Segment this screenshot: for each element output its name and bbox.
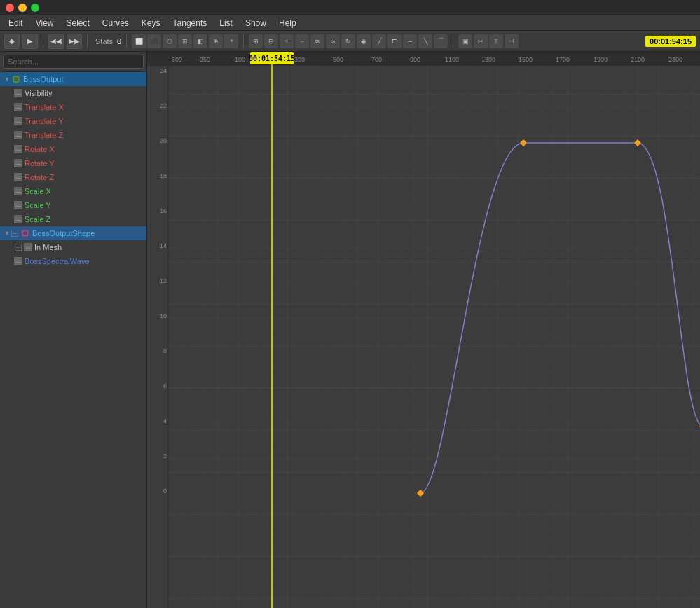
tree-item-scale-x[interactable]: — Scale X: [0, 184, 146, 198]
menu-view[interactable]: View: [30, 17, 60, 29]
tree-item-translate-z[interactable]: — Translate Z: [0, 128, 146, 142]
search-bar: [0, 52, 146, 72]
tb-icon-move[interactable]: ⬜: [132, 34, 146, 48]
search-input[interactable]: [3, 55, 144, 69]
toolbar-icon-group-2: ⊞ ⊟ + − ≋ ∞ ↻ ◉ ╱ ⊏ ─ ╲ ⌒: [249, 34, 448, 48]
tb-icon-stepped[interactable]: ⊏: [387, 34, 402, 48]
menu-keys[interactable]: Keys: [136, 17, 166, 29]
collapse-inmesh[interactable]: [14, 243, 22, 251]
svg-text:24: 24: [160, 67, 167, 74]
stats-label: Stats: [95, 37, 113, 46]
tb-icon-zoom-in[interactable]: +: [280, 34, 294, 48]
tree-item-scale-y[interactable]: — Scale Y: [0, 198, 146, 212]
tb-icon-ripple[interactable]: ≋: [310, 34, 324, 48]
pin-scale-x[interactable]: —: [14, 187, 22, 195]
tb-icon-flat[interactable]: ─: [403, 34, 417, 48]
rotate-y-label: Rotate Y: [25, 159, 55, 167]
close-button[interactable]: [6, 4, 14, 12]
toolbar-prev-btn[interactable]: ◀◀: [48, 34, 64, 49]
tb-icon-infinity[interactable]: ∞: [326, 34, 340, 48]
tree-item-inmesh[interactable]: — In Mesh: [0, 240, 146, 254]
scale-y-label: Scale Y: [25, 201, 51, 209]
tb-icon-pivot[interactable]: ⊕: [209, 34, 223, 48]
tb-icon-scale[interactable]: ⊞: [178, 34, 192, 48]
pin-rotate-x[interactable]: —: [14, 145, 22, 153]
tb-icon-rotate[interactable]: ⬡: [163, 34, 177, 48]
inmesh-label: In Mesh: [34, 243, 62, 251]
toolbar: ◆ ▶ ◀◀ ▶▶ Stats 0 ⬜ ⬛ ⬡ ⊞ ◧ ⊕ ⌖ ⊞ ⊟ + − …: [0, 31, 700, 52]
pin-rotate-y[interactable]: —: [14, 159, 22, 167]
pin-bossspectralwave[interactable]: —: [14, 257, 22, 265]
toolbar-play-btn[interactable]: ▶: [22, 34, 38, 49]
toolbar-next-btn[interactable]: ▶▶: [67, 34, 82, 49]
pin-inmesh[interactable]: —: [24, 243, 32, 251]
scale-x-label: Scale X: [25, 187, 51, 195]
expand-bossoutputshape[interactable]: ▼: [3, 229, 11, 237]
tb-icon-linear[interactable]: ╲: [418, 34, 432, 48]
tb-icon-snap2[interactable]: ⊤: [489, 34, 503, 48]
tree-item-bossoutput[interactable]: ▼ BossOutput: [0, 72, 146, 86]
tb-icon-snap[interactable]: ⌖: [224, 34, 238, 48]
pin-scale-z[interactable]: —: [14, 215, 22, 223]
pin-scale-y[interactable]: —: [14, 201, 22, 209]
pin-rotate-z[interactable]: —: [14, 173, 22, 181]
tree-item-scale-z[interactable]: — Scale Z: [0, 212, 146, 226]
svg-text:0: 0: [163, 488, 167, 495]
svg-text:1100: 1100: [445, 56, 459, 63]
svg-text:22: 22: [160, 102, 167, 109]
tb-icon-tangent[interactable]: ╱: [372, 34, 386, 48]
menu-select[interactable]: Select: [60, 17, 95, 29]
svg-text:1700: 1700: [556, 56, 570, 63]
svg-text:-300: -300: [170, 56, 182, 63]
pin-translate-x[interactable]: —: [14, 103, 22, 111]
minimize-button[interactable]: [18, 4, 27, 12]
menu-edit[interactable]: Edit: [3, 17, 29, 29]
tree-item-rotate-z[interactable]: — Rotate Z: [0, 170, 146, 184]
tb-icon-align[interactable]: ⊣: [505, 34, 519, 48]
tb-icon-zoom-out[interactable]: −: [295, 34, 309, 48]
tree-item-translate-y[interactable]: — Translate Y: [0, 114, 146, 128]
graph-area[interactable]: -300 -250 -100 10 300 500 700 900 1100 1…: [147, 52, 700, 608]
tb-icon-shear[interactable]: ◧: [193, 34, 207, 48]
tb-icon-buffer[interactable]: ▣: [458, 34, 472, 48]
translate-z-label: Translate Z: [25, 131, 63, 139]
visibility-label: Visibility: [25, 89, 53, 97]
bossoutput-label: BossOutput: [23, 75, 63, 83]
translate-x-label: Translate X: [25, 103, 64, 111]
toolbar-key-btn[interactable]: ◆: [4, 34, 20, 49]
tree-item-visibility[interactable]: — Visibility: [0, 86, 146, 100]
sidebar: ▼ BossOutput — Visibility — Transl: [0, 52, 147, 608]
tree-item-rotate-x[interactable]: — Rotate X: [0, 142, 146, 156]
tb-icon-weighted[interactable]: ◉: [357, 34, 371, 48]
tb-icon-select[interactable]: ⬛: [147, 34, 161, 48]
menu-help[interactable]: Help: [273, 17, 302, 29]
tree-item-rotate-y[interactable]: — Rotate Y: [0, 156, 146, 170]
scale-z-label: Scale Z: [25, 215, 50, 223]
y-axis-labels: 24 22 20 18 16 14 12 10 8 6 4 2 0: [160, 67, 167, 495]
tb-icon-spline[interactable]: ⌒: [434, 34, 448, 48]
rotate-x-label: Rotate X: [25, 145, 55, 153]
menubar: Edit View Select Curves Keys Tangents Li…: [0, 15, 700, 31]
maximize-button[interactable]: [31, 4, 39, 12]
tb-icon-cycle[interactable]: ↻: [341, 34, 355, 48]
tree-item-translate-x[interactable]: — Translate X: [0, 100, 146, 114]
collapse-btn[interactable]: [11, 230, 18, 237]
pin-visibility[interactable]: —: [14, 89, 22, 97]
pin-translate-y[interactable]: —: [14, 117, 22, 125]
tree-item-bossspectralwave[interactable]: — BossSpectralWave: [0, 254, 146, 268]
svg-text:6: 6: [163, 382, 167, 389]
menu-show[interactable]: Show: [240, 17, 272, 29]
expand-bossoutput[interactable]: ▼: [3, 75, 11, 83]
svg-text:1300: 1300: [481, 56, 495, 63]
pin-translate-z[interactable]: —: [14, 131, 22, 139]
tree: ▼ BossOutput — Visibility — Transl: [0, 72, 146, 608]
tree-item-bossoutputshape[interactable]: ▼ BossOutputShape: [0, 226, 146, 240]
menu-curves[interactable]: Curves: [97, 17, 135, 29]
bossspectralwave-label: BossSpectralWave: [25, 257, 90, 265]
tb-icon-frame-sel[interactable]: ⊟: [264, 34, 278, 48]
menu-tangents[interactable]: Tangents: [167, 17, 213, 29]
svg-text:20: 20: [160, 137, 167, 144]
tb-icon-frame-all[interactable]: ⊞: [249, 34, 263, 48]
menu-list[interactable]: List: [214, 17, 238, 29]
tb-icon-clip[interactable]: ✂: [474, 34, 488, 48]
